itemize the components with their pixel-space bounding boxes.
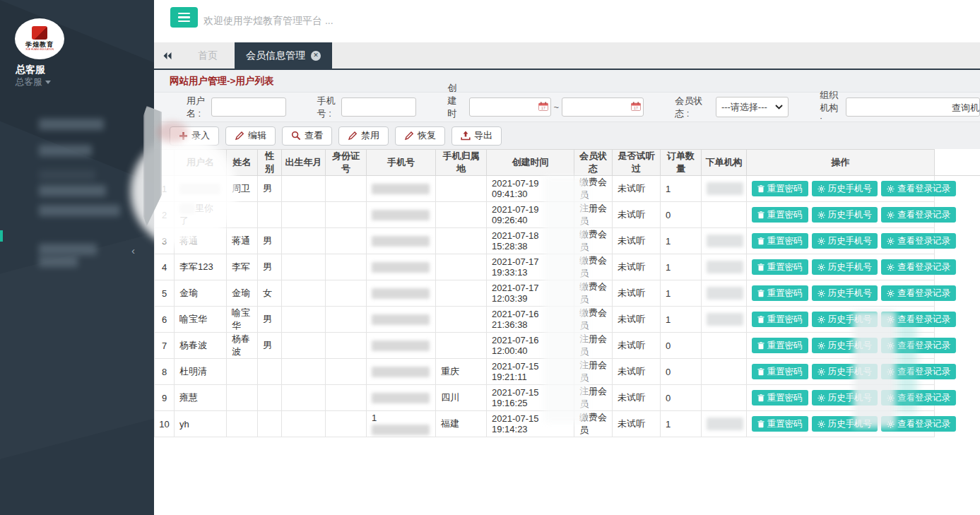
trash-icon bbox=[757, 290, 764, 297]
gear-icon bbox=[887, 290, 895, 297]
cell-gender bbox=[258, 385, 282, 411]
button-label: 历史手机号 bbox=[828, 261, 873, 273]
pencil-icon bbox=[235, 131, 244, 141]
sidebar-item-redacted[interactable] bbox=[39, 205, 120, 216]
created-to-input[interactable] bbox=[562, 97, 644, 117]
cell-index: 4 bbox=[155, 254, 175, 280]
cell-username: 李军123 bbox=[175, 254, 227, 280]
reset-password-button[interactable]: 重置密码 bbox=[752, 285, 808, 301]
cell-idcard bbox=[326, 254, 367, 280]
reset-password-button[interactable]: 重置密码 bbox=[752, 181, 808, 196]
history-phone-button[interactable]: 历史手机号 bbox=[812, 259, 878, 275]
cell-birth bbox=[282, 202, 326, 228]
tab-home[interactable]: 首页 bbox=[181, 42, 235, 69]
user-name: 总客服 bbox=[16, 64, 45, 76]
sidebar-item-redacted[interactable] bbox=[39, 170, 95, 181]
cell-idcard bbox=[326, 228, 367, 254]
phone-filter-input[interactable] bbox=[341, 97, 416, 117]
view-login-records-button[interactable]: 查看登录记录 bbox=[881, 233, 956, 249]
cell-trial: 未试听 bbox=[613, 411, 661, 437]
reset-password-button[interactable]: 重置密码 bbox=[752, 259, 808, 275]
col-gender: 性别 bbox=[258, 150, 282, 176]
disable-button[interactable]: 禁用 bbox=[338, 126, 389, 146]
history-phone-button[interactable]: 历史手机号 bbox=[812, 233, 878, 249]
button-label: 重置密码 bbox=[767, 209, 803, 221]
redacted-text bbox=[707, 313, 743, 326]
reset-password-button[interactable]: 重置密码 bbox=[752, 364, 808, 379]
cell-trial: 未试听 bbox=[613, 176, 661, 202]
date-range-separator: ~ bbox=[554, 102, 560, 112]
reset-password-button[interactable]: 重置密码 bbox=[752, 312, 808, 327]
created-from-input[interactable] bbox=[469, 97, 551, 117]
cell-order-count: 0 bbox=[661, 359, 702, 385]
cell-name: 李军 bbox=[227, 254, 258, 280]
button-label: 导出 bbox=[474, 129, 492, 142]
button-label: 查看登录记录 bbox=[897, 209, 950, 221]
button-label: 历史手机号 bbox=[828, 209, 873, 221]
tab-member-info[interactable]: 会员信息管理 ✕ bbox=[235, 42, 332, 69]
edit-button[interactable]: 编辑 bbox=[225, 126, 276, 146]
cell-region bbox=[436, 202, 487, 228]
app-logo: 学煌教育 XUE HUANG EDUCATION bbox=[15, 18, 64, 59]
history-phone-button[interactable]: 历史手机号 bbox=[812, 181, 878, 196]
reset-password-button[interactable]: 重置密码 bbox=[752, 233, 808, 249]
trash-icon bbox=[757, 264, 764, 271]
cell-birth bbox=[282, 385, 326, 411]
tabs-collapse-icon[interactable] bbox=[154, 42, 181, 69]
reset-password-button[interactable]: 重置密码 bbox=[752, 416, 808, 432]
cell-trial: 未试听 bbox=[613, 333, 661, 359]
tab-label: 会员信息管理 bbox=[246, 49, 305, 62]
history-phone-button[interactable]: 历史手机号 bbox=[812, 207, 878, 223]
sidebar-item-redacted[interactable] bbox=[39, 119, 104, 130]
col-status: 会员状态 bbox=[574, 150, 613, 176]
sidebar-item-redacted[interactable] bbox=[39, 244, 97, 255]
reset-password-button[interactable]: 重置密码 bbox=[752, 338, 808, 353]
cell-name: 蒋通 bbox=[227, 228, 258, 254]
cell-gender bbox=[258, 411, 282, 437]
export-button[interactable]: 导出 bbox=[451, 126, 502, 146]
sidebar-collapse-icon[interactable]: ‹ bbox=[131, 244, 135, 256]
view-button[interactable]: 查看 bbox=[282, 126, 332, 146]
trash-icon bbox=[757, 368, 764, 376]
cell-order-org bbox=[702, 176, 747, 202]
toolbar: 录入编辑查看禁用恢复导出 bbox=[154, 122, 980, 149]
cell-region: 重庆 bbox=[436, 359, 487, 385]
cell-name bbox=[227, 385, 258, 411]
member-status-select[interactable]: ---请选择--- bbox=[716, 97, 789, 117]
cell-idcard bbox=[326, 202, 367, 228]
history-phone-button[interactable]: 历史手机号 bbox=[812, 285, 878, 301]
cell-gender: 男 bbox=[258, 254, 282, 280]
cell-birth bbox=[282, 228, 326, 254]
reset-password-button[interactable]: 重置密码 bbox=[752, 207, 808, 223]
reset-password-button[interactable]: 重置密码 bbox=[752, 390, 808, 406]
redacted-text bbox=[372, 393, 430, 403]
hamburger-icon bbox=[178, 13, 190, 14]
view-login-records-button[interactable]: 查看登录记录 bbox=[881, 259, 956, 275]
button-label: 重置密码 bbox=[767, 261, 803, 273]
sidebar-item-redacted[interactable] bbox=[39, 256, 78, 267]
cell-gender: 女 bbox=[258, 280, 282, 307]
cell-order-count: 1 bbox=[661, 228, 702, 254]
button-label: 历史手机号 bbox=[828, 183, 873, 195]
app-window: 学煌教育 XUE HUANG EDUCATION 总客服 总客服 ‹ 欢迎使用学… bbox=[0, 0, 980, 515]
user-role-dropdown[interactable]: 总客服 bbox=[16, 76, 51, 88]
sidebar-item-redacted[interactable] bbox=[39, 185, 106, 196]
gear-icon bbox=[817, 211, 825, 219]
org-query-partial-label: 查询机 bbox=[952, 102, 980, 114]
view-login-records-button[interactable]: 查看登录记录 bbox=[881, 207, 956, 223]
restore-button[interactable]: 恢复 bbox=[395, 126, 445, 146]
button-label: 重置密码 bbox=[767, 288, 803, 300]
button-label: 历史手机号 bbox=[828, 288, 873, 300]
menu-toggle-button[interactable] bbox=[170, 7, 198, 28]
cell-order-org bbox=[702, 228, 747, 254]
cell-order-org bbox=[702, 385, 747, 411]
username-filter-input[interactable] bbox=[211, 97, 286, 117]
close-icon[interactable]: ✕ bbox=[311, 51, 321, 61]
trash-icon bbox=[757, 394, 764, 402]
gear-icon bbox=[817, 420, 825, 428]
sidebar-item-redacted[interactable] bbox=[39, 145, 92, 156]
redacted-text bbox=[707, 235, 743, 247]
cell-order-org bbox=[702, 202, 747, 228]
view-login-records-button[interactable]: 查看登录记录 bbox=[881, 285, 956, 301]
view-login-records-button[interactable]: 查看登录记录 bbox=[881, 181, 956, 196]
